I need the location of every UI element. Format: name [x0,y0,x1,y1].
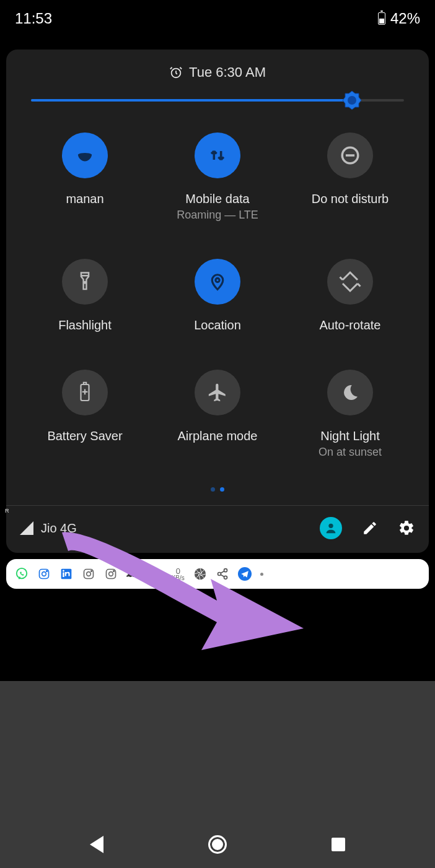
tile-label: Do not disturb [312,192,389,206]
tile-night-light[interactable]: Night Light On at sunset [284,370,416,459]
svg-point-25 [224,576,227,579]
night-light-icon [340,383,360,402]
svg-rect-14 [63,573,64,578]
linkedin-icon [59,567,73,581]
nav-back-button[interactable] [90,836,103,853]
svg-point-9 [17,568,27,579]
wifi-icon [73,144,97,167]
tile-label: Battery Saver [47,429,122,443]
tile-label: Airplane mode [178,429,258,443]
alarm-row[interactable]: Tue 6:30 AM [6,50,429,93]
camera-shutter-icon [193,567,207,581]
battery-saver-icon [77,381,93,404]
svg-point-5 [84,282,86,283]
svg-rect-13 [61,569,72,579]
mobile-data-icon [207,145,228,166]
page-dot [211,487,215,492]
dnd-icon [340,145,361,166]
tile-label: Location [194,318,241,332]
instagram-icon [37,567,51,581]
tile-label: Auto-rotate [320,318,381,332]
edit-button[interactable] [362,520,378,536]
tile-label: Flashlight [58,318,112,332]
alarm-label: Tue 6:30 AM [189,64,266,80]
tile-location[interactable]: Location [151,259,284,332]
share-icon [216,567,229,581]
settings-button[interactable] [398,519,415,537]
svg-point-23 [224,569,227,572]
whatsapp-icon [15,567,29,581]
location-icon [208,271,227,293]
network-speed: 0 KB/s [172,567,185,581]
nav-recents-button[interactable] [332,838,345,851]
tile-mobile-data[interactable]: Mobile data Roaming — LTE [151,132,284,222]
svg-point-6 [216,278,219,282]
page-indicator [6,465,429,505]
brightness-thumb-icon [341,90,362,111]
tiles-grid: manan Mobile data Roaming — LTE Do not d… [6,120,429,465]
user-switch-button[interactable] [320,517,342,539]
status-bar: 11:53 42% [0,0,435,37]
page-dot-active [220,487,224,492]
svg-point-20 [109,572,113,576]
tile-flashlight[interactable]: Flashlight [19,259,151,332]
carrier-info[interactable]: R Jio 4G [20,521,77,536]
svg-point-18 [91,571,92,572]
flashlight-icon [76,271,94,292]
nav-home-button[interactable] [208,835,227,854]
navigation-bar [0,821,435,868]
alarm-icon [169,66,183,79]
tile-battery-saver[interactable]: Battery Saver [19,370,151,459]
tile-label: Night Light [320,429,380,443]
svg-point-17 [87,572,91,576]
roaming-indicator: R [5,508,9,514]
tile-label: manan [66,192,103,206]
battery-icon [378,12,385,25]
more-dot [260,573,263,576]
tile-auto-rotate[interactable]: Auto-rotate [284,259,416,332]
user-icon [324,521,338,535]
brightness-slider[interactable] [6,93,429,120]
tile-dnd[interactable]: Do not disturb [284,132,416,222]
signal-icon [20,521,33,535]
airplane-icon [207,382,228,403]
quick-settings-panel: Tue 6:30 AM manan [6,50,429,553]
status-right: 42% [378,10,420,27]
svg-point-12 [46,571,48,572]
svg-point-21 [113,571,115,572]
status-time: 11:53 [15,10,52,27]
tile-sublabel: On at sunset [319,446,382,459]
instagram-icon [104,567,118,581]
instagram-icon [82,567,95,581]
telegram-icon [238,567,252,581]
svg-point-24 [218,573,221,576]
svg-point-15 [63,570,64,572]
tile-wifi[interactable]: manan [19,132,151,222]
temperature-widget: 21° [149,569,163,579]
svg-point-11 [42,572,46,576]
mustache-icon [126,567,140,581]
svg-point-2 [348,96,356,105]
tile-sublabel: Roaming — LTE [177,209,258,222]
battery-percent: 42% [390,10,420,27]
carrier-name: Jio 4G [41,521,77,536]
auto-rotate-icon [339,271,361,293]
qs-footer: R Jio 4G [6,506,429,553]
tile-airplane[interactable]: Airplane mode [151,370,284,459]
tile-label: Mobile data [185,192,249,206]
svg-point-8 [328,524,333,528]
notification-bar[interactable]: 21° 0 KB/s [6,559,429,589]
